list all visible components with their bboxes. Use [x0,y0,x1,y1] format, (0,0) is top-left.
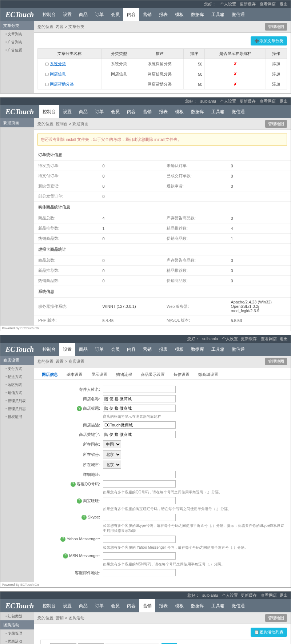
ww-input[interactable] [103,497,176,504]
addr-input[interactable] [103,471,176,478]
nav-设置[interactable]: 设置 [59,8,75,21]
nav-营销[interactable]: 营销 [139,599,155,612]
nav-会员[interactable]: 会员 [107,343,123,356]
tab[interactable]: 基本设置 [62,370,87,379]
nav-控制台[interactable]: 控制台 [39,599,59,612]
nav-控制台[interactable]: 控制台 [39,105,59,118]
side-item[interactable]: 支付方式 [0,365,34,373]
shopDesc-input[interactable] [103,421,176,429]
manage-map-button[interactable]: 管理地图 [265,23,287,31]
nav-工具箱[interactable]: 工具箱 [208,105,228,118]
shopName-input[interactable] [103,395,176,402]
top-exit[interactable]: 退出 [280,2,288,6]
cross-icon[interactable]: ✗ [234,82,237,86]
nav-商品[interactable]: 商品 [75,8,91,21]
nav-数据库[interactable]: 数据库 [187,8,208,21]
help-icon[interactable]: ? [77,406,82,411]
nav-会员[interactable]: 会员 [107,599,123,612]
side-ad-pos[interactable]: 广告位置 [0,46,34,54]
nav-微信通[interactable]: 微信通 [228,343,248,356]
top-cache[interactable]: 更新缓存 [240,2,256,6]
tab[interactable]: 短信设置 [169,370,194,379]
tab[interactable]: 商品显示设置 [136,370,169,379]
nav-模板[interactable]: 模板 [171,599,187,612]
nav-营销[interactable]: 营销 [139,8,155,21]
side-item[interactable]: 专题管理 [0,629,34,637]
nav-模板[interactable]: 模板 [171,343,187,356]
side-item[interactable]: 授权证书 [0,413,34,421]
nav-订单[interactable]: 订单 [91,599,107,612]
help-icon[interactable]: ? [81,515,87,520]
nav-订单[interactable]: 订单 [91,343,107,356]
nav-内容[interactable]: 内容 [123,343,139,356]
side-ad-list[interactable]: 广告列表 [0,38,34,46]
help-icon[interactable]: ? [63,553,68,558]
tab[interactable]: 微商城设置 [194,370,223,379]
nav-会员[interactable]: 会员 [107,8,123,21]
qq-input[interactable] [103,480,176,488]
nav-设置[interactable]: 设置 [59,105,75,118]
nav-内容[interactable]: 内容 [123,8,139,21]
nav-工具箱[interactable]: 工具箱 [208,343,228,356]
nav-会员[interactable]: 会员 [107,105,123,118]
add-category-button[interactable]: ➕添加文章分类 [251,36,287,45]
nav-商品[interactable]: 商品 [75,105,91,118]
city-select[interactable]: 北京 [103,461,121,469]
side-item[interactable]: 短信方式 [0,389,34,397]
recipient-input[interactable] [103,386,176,393]
nav-模板[interactable]: 模板 [171,8,187,21]
nav-订单[interactable]: 订单 [91,105,107,118]
nav-控制台[interactable]: 控制台 [39,343,59,356]
nav-内容[interactable]: 内容 [123,599,139,612]
nav-数据库[interactable]: 数据库 [187,105,208,118]
province-select[interactable]: 北京 [103,450,121,458]
nav-报表[interactable]: 报表 [155,105,171,118]
country-select[interactable]: 中国 [103,440,121,448]
nav-报表[interactable]: 报表 [155,599,171,612]
skype-input[interactable] [103,514,176,521]
help-icon[interactable]: ? [71,482,76,487]
tab[interactable]: 购物流程 [112,370,136,379]
tab[interactable]: 显示设置 [87,370,112,379]
side-item[interactable]: 管理员日志 [0,405,34,413]
nav-数据库[interactable]: 数据库 [187,599,208,612]
nav-订单[interactable]: 订单 [91,8,107,21]
shopKw-input[interactable] [103,431,176,438]
nav-模板[interactable]: 模板 [171,105,187,118]
top-personal[interactable]: 个人设置 [220,2,236,6]
nav-微信通[interactable]: 微信通 [228,8,248,21]
cross-icon[interactable]: ✗ [234,61,237,66]
groupbuy-list-button[interactable]: 📋团购活动列表 [251,628,287,637]
nav-工具箱[interactable]: 工具箱 [208,599,228,612]
side-item[interactable]: 管理员列表 [0,397,34,405]
msn-input[interactable] [103,552,176,560]
shopTitle-input[interactable] [103,405,176,412]
nav-营销[interactable]: 营销 [139,343,155,356]
email-input[interactable] [103,569,176,576]
side-item[interactable]: 配送方式 [0,373,34,381]
nav-设置[interactable]: 设置 [59,599,75,612]
help-icon[interactable]: ? [60,537,65,542]
nav-工具箱[interactable]: 工具箱 [208,8,228,21]
nav-数据库[interactable]: 数据库 [187,343,208,356]
nav-设置[interactable]: 设置 [59,343,75,356]
nav-内容[interactable]: 内容 [123,105,139,118]
nav-报表[interactable]: 报表 [155,8,171,21]
nav-商品[interactable]: 商品 [75,343,91,356]
nav-控制台[interactable]: 控制台 [39,8,59,21]
nav-报表[interactable]: 报表 [155,343,171,356]
nav-微信通[interactable]: 微信通 [228,599,248,612]
top-view[interactable]: 查看网店 [260,2,276,6]
side-item[interactable]: 红包类型 [0,612,34,620]
side-article-list[interactable]: 文章列表 [0,30,34,38]
help-icon[interactable]: ? [77,498,82,504]
nav-商品[interactable]: 商品 [75,599,91,612]
side-item[interactable]: 地区列表 [0,381,34,389]
nav-微信通[interactable]: 微信通 [228,105,248,118]
yahoo-input[interactable] [103,536,176,543]
nav-营销[interactable]: 营销 [139,105,155,118]
side-item[interactable]: 优惠活动 [0,637,34,644]
cross-icon[interactable]: ✗ [234,72,237,76]
tab[interactable]: 网店信息 [37,370,62,379]
panel-groupbuy: 您好：suibianlu 个人设置更新缓存 查看网店退出 ECTouch控制台设… [0,591,291,644]
